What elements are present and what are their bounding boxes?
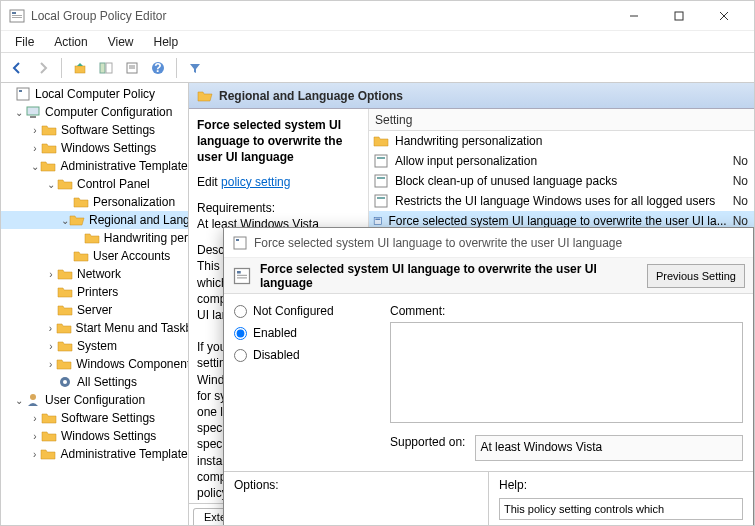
- tree-printers[interactable]: Printers: [1, 283, 188, 301]
- forward-button[interactable]: [31, 56, 55, 80]
- supported-on-value: At least Windows Vista: [475, 435, 743, 461]
- folder-icon: [84, 230, 100, 246]
- options-label: Options:: [234, 478, 279, 492]
- svg-rect-32: [236, 239, 239, 241]
- tree-user-software-settings[interactable]: ›Software Settings: [1, 409, 188, 427]
- help-button[interactable]: ?: [146, 56, 170, 80]
- folder-icon: [40, 158, 56, 174]
- list-item[interactable]: Handwriting personalization: [369, 131, 754, 151]
- tree-network[interactable]: ›Network: [1, 265, 188, 283]
- tree-windows-settings[interactable]: ›Windows Settings: [1, 139, 188, 157]
- svg-rect-23: [375, 155, 387, 167]
- list-item[interactable]: Block clean-up of unused language packsN…: [369, 171, 754, 191]
- radio-not-configured[interactable]: Not Configured: [234, 304, 374, 318]
- svg-rect-24: [377, 157, 385, 159]
- back-button[interactable]: [5, 56, 29, 80]
- policy-dialog: Force selected system UI language to ove…: [223, 227, 754, 526]
- column-header-setting[interactable]: Setting: [369, 109, 754, 131]
- list-item[interactable]: Allow input personalizationNo: [369, 151, 754, 171]
- svg-point-22: [30, 394, 36, 400]
- tree-start-menu[interactable]: ›Start Menu and Taskbar: [1, 319, 188, 337]
- tree-user-config[interactable]: ⌄User Configuration: [1, 391, 188, 409]
- tree-user-accounts[interactable]: User Accounts: [1, 247, 188, 265]
- folder-icon: [41, 122, 57, 138]
- folder-icon: [57, 302, 73, 318]
- svg-rect-1: [12, 12, 16, 14]
- tree-user-windows-settings[interactable]: ›Windows Settings: [1, 427, 188, 445]
- pane-title: Regional and Language Options: [219, 89, 403, 103]
- menu-view[interactable]: View: [98, 33, 144, 51]
- folder-icon: [73, 194, 89, 210]
- previous-setting-button[interactable]: Previous Setting: [647, 264, 745, 288]
- dialog-policy-name: Force selected system UI language to ove…: [260, 262, 639, 290]
- nav-tree[interactable]: Local Computer Policy ⌄Computer Configur…: [1, 83, 189, 525]
- radio-enabled[interactable]: Enabled: [234, 326, 374, 340]
- svg-rect-17: [19, 90, 22, 92]
- menu-file[interactable]: File: [5, 33, 44, 51]
- tree-regional-lang[interactable]: ⌄Regional and Language Options: [1, 211, 188, 229]
- menu-action[interactable]: Action: [44, 33, 97, 51]
- edit-policy-link[interactable]: policy setting: [221, 175, 290, 189]
- radio-disabled[interactable]: Disabled: [234, 348, 374, 362]
- folder-open-icon: [197, 88, 213, 104]
- dialog-titlebar[interactable]: Force selected system UI language to ove…: [224, 228, 753, 258]
- window-title: Local Group Policy Editor: [31, 9, 611, 23]
- minimize-button[interactable]: [611, 1, 656, 31]
- folder-icon: [41, 410, 57, 426]
- folder-icon: [57, 176, 73, 192]
- dialog-lower: Options: Help: This policy setting contr…: [224, 471, 753, 526]
- svg-rect-10: [106, 63, 112, 73]
- folder-icon: [41, 428, 57, 444]
- folder-icon: [73, 248, 89, 264]
- tree-personalization[interactable]: Personalization: [1, 193, 188, 211]
- folder-icon: [56, 320, 72, 336]
- properties-button[interactable]: [120, 56, 144, 80]
- svg-rect-19: [30, 116, 36, 118]
- toolbar: ?: [1, 53, 754, 83]
- svg-text:?: ?: [154, 61, 161, 75]
- state-radio-group: Not Configured Enabled Disabled: [234, 304, 374, 461]
- folder-icon: [57, 338, 73, 354]
- folder-open-icon: [69, 212, 85, 228]
- title-bar: Local Group Policy Editor: [1, 1, 754, 31]
- folder-icon: [57, 266, 73, 282]
- tree-system[interactable]: ›System: [1, 337, 188, 355]
- supported-on-label: Supported on:: [390, 435, 465, 449]
- svg-rect-5: [675, 12, 683, 20]
- tree-server[interactable]: Server: [1, 301, 188, 319]
- list-item[interactable]: Restricts the UI language Windows uses f…: [369, 191, 754, 211]
- tree-root[interactable]: Local Computer Policy: [1, 85, 188, 103]
- help-section: Help: This policy setting controls which: [488, 472, 753, 526]
- tree-handwriting[interactable]: Handwriting personalization: [1, 229, 188, 247]
- tree-admin-templates[interactable]: ⌄Administrative Templates: [1, 157, 188, 175]
- tree-software-settings[interactable]: ›Software Settings: [1, 121, 188, 139]
- svg-rect-18: [27, 107, 39, 115]
- comment-textarea[interactable]: [390, 322, 743, 423]
- menu-help[interactable]: Help: [144, 33, 189, 51]
- maximize-button[interactable]: [656, 1, 701, 31]
- svg-rect-36: [237, 277, 247, 278]
- svg-rect-34: [237, 271, 241, 274]
- tree-windows-components[interactable]: ›Windows Components: [1, 355, 188, 373]
- svg-rect-9: [100, 63, 105, 73]
- tree-computer-config[interactable]: ⌄Computer Configuration: [1, 103, 188, 121]
- tree-user-admin-templates[interactable]: ›Administrative Templates: [1, 445, 188, 463]
- svg-rect-30: [375, 219, 380, 220]
- computer-icon: [25, 104, 41, 120]
- policy-item-icon: [373, 153, 389, 169]
- close-button[interactable]: [701, 1, 746, 31]
- up-button[interactable]: [68, 56, 92, 80]
- app-icon: [9, 8, 25, 24]
- pane-header: Regional and Language Options: [189, 83, 754, 109]
- filter-button[interactable]: [183, 56, 207, 80]
- svg-rect-2: [12, 15, 22, 16]
- svg-rect-16: [17, 88, 29, 100]
- svg-rect-35: [237, 274, 247, 275]
- settings-icon: [57, 374, 73, 390]
- folder-icon: [56, 356, 72, 372]
- show-hide-tree-button[interactable]: [94, 56, 118, 80]
- tree-all-settings[interactable]: All Settings: [1, 373, 188, 391]
- requirements-label: Requirements:: [197, 200, 360, 216]
- dialog-header: Force selected system UI language to ove…: [224, 258, 753, 294]
- tree-control-panel[interactable]: ⌄Control Panel: [1, 175, 188, 193]
